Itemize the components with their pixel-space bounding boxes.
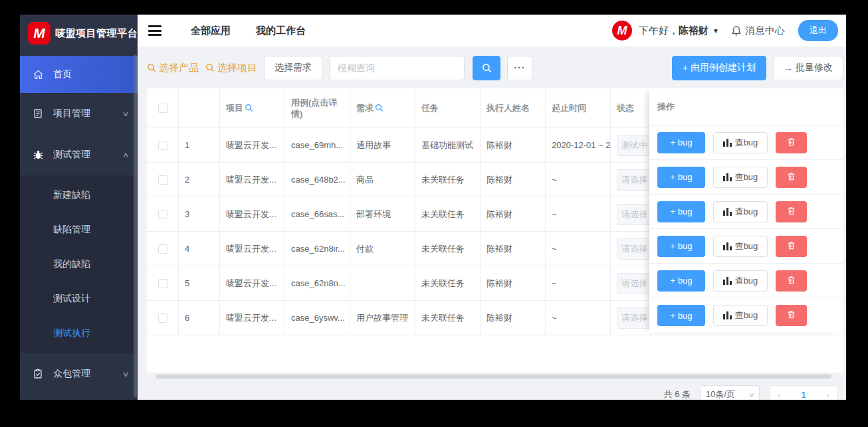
row-checkbox-cell [147,128,179,162]
cell-case[interactable]: case_6yswv... [285,301,350,335]
cell-task: 未关联任务 [415,266,481,300]
pager: ‹ 1 › [769,385,838,400]
cell-executor: 陈裕财 [481,128,546,162]
nav-all-apps[interactable]: 全部应用 [191,25,231,37]
cell-executor: 陈裕财 [481,197,546,231]
select-all-checkbox[interactable] [158,104,167,113]
horizontal-scrollbar[interactable] [147,375,843,379]
search-icon[interactable] [375,104,383,112]
avatar[interactable]: M [612,21,632,41]
logout-button[interactable]: 退出 [798,20,838,41]
chevron-down-icon: ∨ [122,110,129,118]
row-checkbox[interactable] [158,244,167,254]
select-product-link[interactable]: 选择产品 [147,62,199,74]
view-bug-button[interactable]: 查bug [713,201,768,222]
search-icon[interactable] [245,104,253,112]
sidebar-item-label: 首页 [53,68,128,80]
topbar: 全部应用 我的工作台 M 下午好，陈裕财 ▼ 消息中心 退出 [138,15,846,46]
ops-row: + bug查bug [649,229,843,264]
view-bug-button[interactable]: 查bug [713,132,768,153]
search-icon [147,63,156,72]
sidebar-subitem-4[interactable]: 缺陷管理 [20,213,138,247]
cell-requirement [350,266,415,300]
header-requirement: 需求 [350,88,415,128]
app-title: 唛盟项目管理平台 [55,27,138,40]
trash-icon [786,206,796,218]
nav-my-workspace[interactable]: 我的工作台 [256,25,306,37]
cell-time: 2020-12-01 ~ 20 [546,128,611,162]
view-bug-button[interactable]: 查bug [713,270,768,292]
view-bug-button[interactable]: 查bug [713,305,768,326]
delete-button[interactable] [776,236,807,257]
cell-case[interactable]: case_648b2... [285,163,350,197]
user-greeting[interactable]: 下午好，陈裕财 [639,25,708,37]
delete-button[interactable] [776,305,807,326]
row-checkbox-cell [147,197,179,231]
fuzzy-search-input[interactable] [329,56,465,80]
next-page-button[interactable]: › [827,390,829,400]
sidebar-item-1[interactable]: 项目管理∨ [20,93,138,134]
row-checkbox[interactable] [158,313,167,323]
sidebar-item-8[interactable]: 众包管理∨ [20,353,138,394]
create-plan-button[interactable]: + 由用例创建计划 [672,56,766,80]
ops-row: + bug查bug [649,264,843,298]
app-window: M 唛盟项目管理平台 首页项目管理∨测试管理∧新建缺陷缺陷管理我的缺陷测试设计测… [20,15,846,400]
sidebar-item-2[interactable]: 测试管理∧ [20,134,138,175]
row-checkbox[interactable] [158,210,167,219]
sidebar-scrollbar[interactable] [134,54,137,397]
sidebar-item-label: 项目管理 [53,108,123,120]
user-caret-down-icon[interactable]: ▼ [712,27,719,35]
delete-button[interactable] [776,201,807,222]
cell-project: 唛盟云开发... [220,301,285,335]
add-bug-button[interactable]: + bug [657,132,705,153]
message-center-link[interactable]: 消息中心 [731,25,785,37]
row-checkbox[interactable] [158,279,167,288]
cell-case[interactable]: case_62n8n... [285,266,350,300]
sidebar-subitem-6[interactable]: 测试设计 [20,282,138,316]
page-size-select[interactable]: 10条/页 ∨ [700,385,760,400]
add-bug-button[interactable]: + bug [657,270,705,292]
current-page[interactable]: 1 [801,390,806,400]
add-bug-button[interactable]: + bug [657,201,705,222]
select-project-link[interactable]: 选择项目 [205,62,257,74]
view-bug-button[interactable]: 查bug [713,167,768,188]
sidebar-subitem-3[interactable]: 新建缺陷 [20,178,138,213]
header-executor: 执行人姓名 [481,88,546,128]
cell-index: 3 [179,197,220,231]
batch-edit-button[interactable]: → 批量修改 [773,56,843,80]
delete-button[interactable] [776,167,807,188]
sidebar-menu: 首页项目管理∨测试管理∧新建缺陷缺陷管理我的缺陷测试设计测试执行众包管理∨数据统… [20,52,138,400]
sidebar-item-0[interactable]: 首页 [20,56,138,93]
ops-fixed-column: 操作 + bug查bug+ bug查bug+ bug查bug+ bug查bug+… [649,88,843,333]
bell-icon [731,25,742,37]
select-requirement-button[interactable]: 选择需求 [264,56,322,80]
home-icon [32,68,44,80]
bug-icon [32,149,44,161]
cell-case[interactable]: case_69mh... [285,128,350,162]
sidebar-subitem-7[interactable]: 测试执行 [20,316,138,351]
delete-button[interactable] [776,270,807,292]
scrollbar-thumb[interactable] [156,375,831,379]
add-bug-button[interactable]: + bug [657,236,705,257]
main-content: 选择产品 选择项目 选择需求 ··· [138,46,846,400]
cell-task: 未关联任务 [415,163,481,197]
row-checkbox[interactable] [158,175,167,185]
sidebar-subitem-5[interactable]: 我的缺陷 [20,247,138,282]
prev-page-button[interactable]: ‹ [778,390,780,400]
cell-case[interactable]: case_62n8ir... [285,232,350,266]
hamburger-menu-icon[interactable] [148,25,162,36]
delete-button[interactable] [776,132,807,153]
search-button[interactable] [473,56,500,80]
cell-index: 1 [179,128,220,162]
sidebar-item-9[interactable]: 数据统计 [20,394,138,400]
more-filters-button[interactable]: ··· [507,56,532,80]
cell-index: 6 [179,301,220,335]
brand-logo-icon: M [28,22,51,44]
row-checkbox-cell [147,266,179,300]
test-execution-table: 项目用例(点击详情)需求任务执行人姓名起止时间状态 1唛盟云开发...case_… [147,88,843,373]
view-bug-button[interactable]: 查bug [713,236,768,257]
cell-case[interactable]: case_66sas... [285,197,350,231]
row-checkbox[interactable] [158,141,167,150]
add-bug-button[interactable]: + bug [657,167,705,188]
add-bug-button[interactable]: + bug [657,305,705,326]
